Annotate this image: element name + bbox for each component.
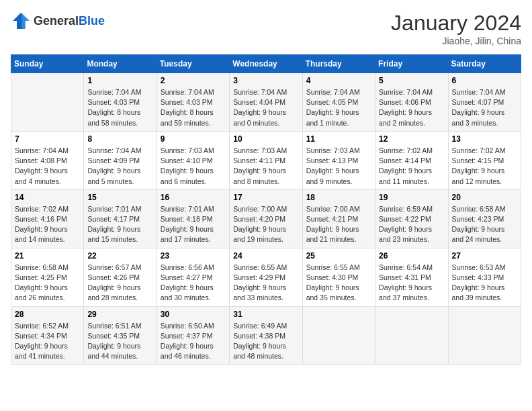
day-number: 31 [233, 310, 298, 319]
day-number: 5 [379, 76, 444, 85]
logo-general-text: General [34, 14, 79, 28]
calendar-cell: 8Sunrise: 7:04 AMSunset: 4:09 PMDaylight… [84, 131, 157, 189]
calendar-cell: 5Sunrise: 7:04 AMSunset: 4:06 PMDaylight… [375, 73, 448, 132]
week-row-4: 28Sunrise: 6:52 AMSunset: 4:34 PMDayligh… [11, 306, 521, 365]
calendar-cell [375, 306, 448, 365]
calendar-table: SundayMondayTuesdayWednesdayThursdayFrid… [11, 54, 521, 365]
calendar-cell: 28Sunrise: 6:52 AMSunset: 4:34 PMDayligh… [11, 306, 84, 365]
cell-content: Sunrise: 7:04 AMSunset: 4:08 PMDaylight:… [15, 146, 80, 187]
day-number: 12 [379, 134, 444, 144]
calendar-cell: 14Sunrise: 7:02 AMSunset: 4:16 PMDayligh… [11, 189, 84, 248]
day-number: 10 [233, 134, 298, 144]
calendar-cell: 25Sunrise: 6:55 AMSunset: 4:30 PMDayligh… [302, 248, 375, 306]
calendar-cell: 9Sunrise: 7:03 AMSunset: 4:10 PMDaylight… [157, 131, 229, 189]
weekday-header-saturday: Saturday [448, 55, 521, 73]
day-number: 15 [87, 193, 152, 202]
calendar-cell: 7Sunrise: 7:04 AMSunset: 4:08 PMDaylight… [11, 131, 84, 189]
calendar-cell [11, 73, 84, 132]
weekday-header-thursday: Thursday [302, 55, 375, 73]
calendar-cell: 22Sunrise: 6:57 AMSunset: 4:26 PMDayligh… [84, 248, 157, 306]
day-number: 3 [233, 76, 298, 85]
calendar-cell: 1Sunrise: 7:04 AMSunset: 4:03 PMDaylight… [84, 73, 157, 132]
calendar-cell: 6Sunrise: 7:04 AMSunset: 4:07 PMDaylight… [448, 73, 521, 132]
day-number: 2 [161, 76, 226, 85]
calendar-cell: 2Sunrise: 7:04 AMSunset: 4:03 PMDaylight… [157, 73, 229, 132]
calendar-cell: 15Sunrise: 7:01 AMSunset: 4:17 PMDayligh… [84, 189, 157, 248]
calendar-cell [302, 306, 375, 365]
calendar-cell: 26Sunrise: 6:54 AMSunset: 4:31 PMDayligh… [375, 248, 448, 306]
cell-content: Sunrise: 6:58 AMSunset: 4:25 PMDaylight:… [15, 263, 80, 304]
cell-content: Sunrise: 6:59 AMSunset: 4:22 PMDaylight:… [379, 204, 444, 245]
cell-content: Sunrise: 6:49 AMSunset: 4:38 PMDaylight:… [233, 321, 298, 362]
calendar-cell: 20Sunrise: 6:58 AMSunset: 4:23 PMDayligh… [448, 189, 521, 248]
page-header: GeneralBlue January 2024 Jiaohe, Jilin, … [11, 11, 521, 46]
cell-content: Sunrise: 7:01 AMSunset: 4:17 PMDaylight:… [87, 204, 152, 245]
day-number: 4 [306, 76, 371, 85]
cell-content: Sunrise: 6:55 AMSunset: 4:29 PMDaylight:… [233, 263, 298, 304]
title-area: January 2024 Jiaohe, Jilin, China [391, 11, 521, 46]
day-number: 29 [87, 310, 152, 319]
cell-content: Sunrise: 6:57 AMSunset: 4:26 PMDaylight:… [87, 263, 152, 304]
day-number: 14 [15, 193, 80, 202]
cell-content: Sunrise: 7:04 AMSunset: 4:05 PMDaylight:… [306, 87, 371, 128]
day-number: 16 [161, 193, 226, 202]
calendar-cell: 31Sunrise: 6:49 AMSunset: 4:38 PMDayligh… [230, 306, 302, 365]
day-number: 24 [233, 251, 298, 261]
week-row-3: 21Sunrise: 6:58 AMSunset: 4:25 PMDayligh… [11, 248, 521, 306]
week-row-0: 1Sunrise: 7:04 AMSunset: 4:03 PMDaylight… [11, 73, 521, 132]
calendar-cell: 17Sunrise: 7:00 AMSunset: 4:20 PMDayligh… [230, 189, 302, 248]
cell-content: Sunrise: 6:55 AMSunset: 4:30 PMDaylight:… [306, 263, 371, 304]
cell-content: Sunrise: 7:01 AMSunset: 4:18 PMDaylight:… [161, 204, 226, 245]
cell-content: Sunrise: 7:04 AMSunset: 4:09 PMDaylight:… [87, 146, 152, 187]
calendar-cell [448, 306, 521, 365]
calendar-cell: 27Sunrise: 6:53 AMSunset: 4:33 PMDayligh… [448, 248, 521, 306]
day-number: 18 [306, 193, 371, 202]
logo-icon [11, 11, 31, 31]
day-number: 13 [452, 134, 517, 144]
day-number: 27 [452, 251, 517, 261]
cell-content: Sunrise: 6:58 AMSunset: 4:23 PMDaylight:… [452, 204, 517, 245]
calendar-cell: 10Sunrise: 7:03 AMSunset: 4:11 PMDayligh… [230, 131, 302, 189]
calendar-cell: 24Sunrise: 6:55 AMSunset: 4:29 PMDayligh… [230, 248, 302, 306]
day-number: 11 [306, 134, 371, 144]
day-number: 19 [379, 193, 444, 202]
cell-content: Sunrise: 7:00 AMSunset: 4:21 PMDaylight:… [306, 204, 371, 245]
cell-content: Sunrise: 6:51 AMSunset: 4:35 PMDaylight:… [87, 321, 152, 362]
cell-content: Sunrise: 7:02 AMSunset: 4:16 PMDaylight:… [15, 204, 80, 245]
calendar-cell: 3Sunrise: 7:04 AMSunset: 4:04 PMDaylight… [230, 73, 302, 132]
weekday-header-friday: Friday [375, 55, 448, 73]
cell-content: Sunrise: 7:02 AMSunset: 4:15 PMDaylight:… [452, 146, 517, 187]
calendar-cell: 4Sunrise: 7:04 AMSunset: 4:05 PMDaylight… [302, 73, 375, 132]
day-number: 25 [306, 251, 371, 261]
calendar-cell: 21Sunrise: 6:58 AMSunset: 4:25 PMDayligh… [11, 248, 84, 306]
cell-content: Sunrise: 6:53 AMSunset: 4:33 PMDaylight:… [452, 263, 517, 304]
cell-content: Sunrise: 6:52 AMSunset: 4:34 PMDaylight:… [15, 321, 80, 362]
cell-content: Sunrise: 7:03 AMSunset: 4:10 PMDaylight:… [161, 146, 226, 187]
cell-content: Sunrise: 7:04 AMSunset: 4:06 PMDaylight:… [379, 87, 444, 128]
day-number: 6 [452, 76, 517, 85]
calendar-cell: 11Sunrise: 7:03 AMSunset: 4:13 PMDayligh… [302, 131, 375, 189]
svg-marker-1 [22, 13, 30, 29]
cell-content: Sunrise: 6:54 AMSunset: 4:31 PMDaylight:… [379, 263, 444, 304]
logo-blue-text: Blue [79, 14, 105, 28]
weekday-header-monday: Monday [84, 55, 157, 73]
weekday-header-row: SundayMondayTuesdayWednesdayThursdayFrid… [11, 55, 521, 73]
calendar-cell: 12Sunrise: 7:02 AMSunset: 4:14 PMDayligh… [375, 131, 448, 189]
day-number: 9 [161, 134, 226, 144]
day-number: 23 [161, 251, 226, 261]
calendar-cell: 16Sunrise: 7:01 AMSunset: 4:18 PMDayligh… [157, 189, 229, 248]
calendar-cell: 19Sunrise: 6:59 AMSunset: 4:22 PMDayligh… [375, 189, 448, 248]
day-number: 26 [379, 251, 444, 261]
calendar-cell: 29Sunrise: 6:51 AMSunset: 4:35 PMDayligh… [84, 306, 157, 365]
day-number: 22 [87, 251, 152, 261]
day-number: 28 [15, 310, 80, 319]
day-number: 30 [161, 310, 226, 319]
logo: GeneralBlue [11, 11, 105, 31]
day-number: 8 [87, 134, 152, 144]
month-title: January 2024 [391, 11, 521, 36]
cell-content: Sunrise: 7:04 AMSunset: 4:07 PMDaylight:… [452, 87, 517, 128]
day-number: 1 [87, 76, 152, 85]
cell-content: Sunrise: 7:00 AMSunset: 4:20 PMDaylight:… [233, 204, 298, 245]
weekday-header-wednesday: Wednesday [230, 55, 302, 73]
location: Jiaohe, Jilin, China [391, 36, 521, 46]
